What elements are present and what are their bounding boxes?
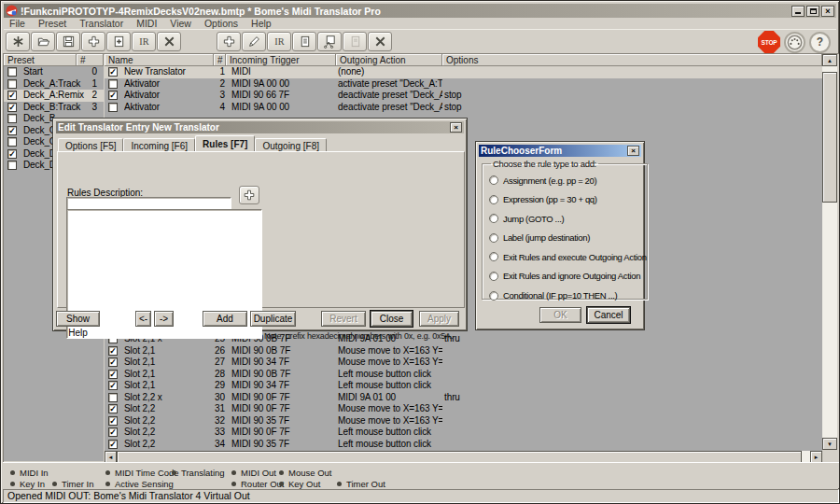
close-icon[interactable]: × <box>821 6 834 17</box>
close-button[interactable]: Close <box>371 311 413 327</box>
rule-type-option-exit-rules-and-execute-outgoing-action[interactable]: Exit Rules and execute Outgoing Action <box>489 251 647 262</box>
row-checkbox[interactable]: ✓ <box>108 357 118 367</box>
translator-row[interactable]: ✓Slot 2,233MIDI 90 0F 7FLeft mouse butto… <box>105 427 822 439</box>
save-file-button[interactable] <box>56 32 80 51</box>
radio-icon[interactable] <box>489 291 498 301</box>
radio-icon[interactable] <box>489 195 498 204</box>
duplicate-button[interactable]: Duplicate <box>250 311 296 327</box>
duplicate-preset-button[interactable] <box>106 32 131 51</box>
new-file-button[interactable] <box>6 32 30 51</box>
ok-button[interactable]: OK <box>539 307 581 323</box>
delete-preset-button[interactable] <box>157 32 181 51</box>
row-checkbox[interactable] <box>7 137 17 147</box>
row-checkbox[interactable]: ✓ <box>108 440 118 449</box>
edit-translator-button[interactable] <box>242 32 266 51</box>
vertical-scrollbar-thumb[interactable] <box>822 72 837 203</box>
tab-options-f5[interactable]: Options [F5] <box>58 138 123 151</box>
row-checkbox[interactable]: ✓ <box>7 91 17 100</box>
cancel-button[interactable]: Cancel <box>587 307 630 323</box>
open-file-button[interactable] <box>31 32 55 51</box>
translator-row[interactable]: ✓New Translator1MIDI(none) <box>105 66 822 78</box>
preset-row[interactable]: ✓Deck_A:Remix2 <box>4 90 104 102</box>
radio-icon[interactable] <box>489 214 498 223</box>
row-checkbox[interactable] <box>7 161 17 170</box>
row-checkbox[interactable] <box>108 79 118 89</box>
menu-midi[interactable]: MIDI <box>131 19 162 29</box>
preset-number-column-header[interactable]: # <box>77 54 104 66</box>
row-checkbox[interactable] <box>7 114 17 123</box>
outgoing-action-column-header[interactable]: Outgoing Action <box>336 54 442 66</box>
close-icon[interactable]: × <box>450 122 462 133</box>
menu-help[interactable]: Help <box>245 19 277 29</box>
translator-row[interactable]: ✓Slot 2,231MIDI 90 0F 7FMouse move to X=… <box>105 403 822 415</box>
radio-icon[interactable] <box>489 272 498 281</box>
rule-type-option-expression-pp-30-qq[interactable]: Expression (pp = 30 + qq) <box>489 194 647 205</box>
row-checkbox[interactable] <box>108 103 118 112</box>
menu-file[interactable]: File <box>4 19 31 29</box>
translator-row[interactable]: ✓Slot 2,128MIDI 90 0B 7FLeft mouse butto… <box>105 369 822 381</box>
revert-button[interactable]: Revert <box>321 311 366 327</box>
preset-row[interactable]: ✓Deck_B:Track3 <box>4 102 104 114</box>
add-preset-button[interactable] <box>81 32 105 51</box>
prev-translator-button[interactable]: <- <box>135 311 151 327</box>
preset-column-header[interactable]: Preset <box>4 54 77 66</box>
rule-type-option-exit-rules-and-ignore-outgoing-action[interactable]: Exit Rules and ignore Outgoing Action <box>489 271 647 282</box>
row-checkbox[interactable]: ✓ <box>108 381 118 390</box>
row-checkbox[interactable]: ✓ <box>108 91 118 100</box>
tab-rules-f7[interactable]: Rules [F7] <box>195 135 255 151</box>
row-checkbox[interactable] <box>7 67 17 77</box>
translator-row[interactable]: Aktivator4MIDI 9A 00 00deactivate preset… <box>105 102 822 114</box>
translator-row[interactable]: ✓Slot 2,127MIDI 90 34 7FMouse move to X=… <box>105 357 822 369</box>
add-rule-button[interactable] <box>239 186 259 204</box>
radio-icon[interactable] <box>489 233 498 243</box>
rule-type-option-assignment-e-g-pp-20[interactable]: Assignment (e.g. pp = 20) <box>489 175 647 186</box>
row-checkbox[interactable]: ✓ <box>7 126 17 135</box>
menu-view[interactable]: View <box>164 19 197 29</box>
row-checkbox[interactable] <box>108 393 118 402</box>
minimize-icon[interactable] <box>791 6 805 17</box>
row-checkbox[interactable]: ✓ <box>108 427 118 437</box>
add-button[interactable]: Add <box>203 311 247 327</box>
incoming-trigger-column-header[interactable]: Incoming Trigger <box>226 54 336 66</box>
stop-button[interactable]: STOP <box>758 31 780 53</box>
translator-row[interactable]: ✓Slot 2,126MIDI 90 0B 7FMouse move to X=… <box>105 345 822 357</box>
tab-incoming-f6[interactable]: Incoming [F6] <box>123 138 195 151</box>
vertical-scrollbar[interactable]: ▲ ▼ <box>822 54 837 450</box>
delete-translator-button[interactable] <box>368 32 392 51</box>
menu-translator[interactable]: Translator <box>74 19 129 29</box>
number-column-header[interactable]: # <box>214 54 226 66</box>
row-checkbox[interactable]: ✓ <box>7 149 17 159</box>
apply-button[interactable]: Apply <box>419 311 459 327</box>
help-button[interactable]: ? <box>809 32 831 53</box>
translator-row[interactable]: ✓Slot 2,232MIDI 90 35 7FMouse move to X=… <box>105 415 822 427</box>
maximize-icon[interactable] <box>806 6 819 17</box>
row-checkbox[interactable]: ✓ <box>7 103 17 112</box>
show-help-button[interactable]: Show Help <box>56 311 100 327</box>
rules-description-input[interactable] <box>66 197 231 210</box>
translator-row[interactable]: Aktivator2MIDI 9A 00 00activate preset "… <box>105 78 822 91</box>
rule-type-option-conditional-if-pp-10-then[interactable]: Conditional (IF pp=10 THEN ...) <box>489 290 647 301</box>
menu-preset[interactable]: Preset <box>33 19 72 29</box>
next-translator-button[interactable]: -> <box>154 311 174 327</box>
midi-activity-button[interactable] <box>784 32 805 53</box>
tab-outgoing-f8[interactable]: Outgoing [F8] <box>255 138 327 151</box>
cut-translator-button[interactable] <box>317 32 342 51</box>
copy-translator-button[interactable] <box>292 32 316 51</box>
translator-row[interactable]: Slot 2,2 x30MIDI 90 0F 7FMIDI 9A 01 00th… <box>105 392 822 404</box>
row-checkbox[interactable]: ✓ <box>108 370 118 379</box>
row-checkbox[interactable]: ✓ <box>108 404 118 413</box>
row-checkbox[interactable]: ✓ <box>108 346 118 356</box>
scroll-up-icon[interactable]: ▲ <box>822 54 837 66</box>
radio-icon[interactable] <box>489 252 498 261</box>
menu-options[interactable]: Options <box>199 19 244 29</box>
preset-row[interactable]: Start0 <box>4 66 104 78</box>
rename-translator-button[interactable]: IR <box>267 32 291 51</box>
translator-row[interactable]: ✓Slot 2,234MIDI 90 35 7FLeft mouse butto… <box>105 439 822 451</box>
paste-translator-button[interactable] <box>343 32 367 51</box>
rename-preset-button[interactable]: IR <box>132 32 156 51</box>
rule-type-option-jump-goto[interactable]: Jump (GOTO ...) <box>489 213 647 224</box>
rule-type-option-label-jump-destination[interactable]: Label (jump destination) <box>489 232 647 244</box>
translator-row[interactable]: ✓Slot 2,129MIDI 90 34 7FLeft mouse butto… <box>105 380 822 392</box>
scroll-down-icon[interactable]: ▼ <box>822 438 837 450</box>
row-checkbox[interactable]: ✓ <box>108 67 118 77</box>
